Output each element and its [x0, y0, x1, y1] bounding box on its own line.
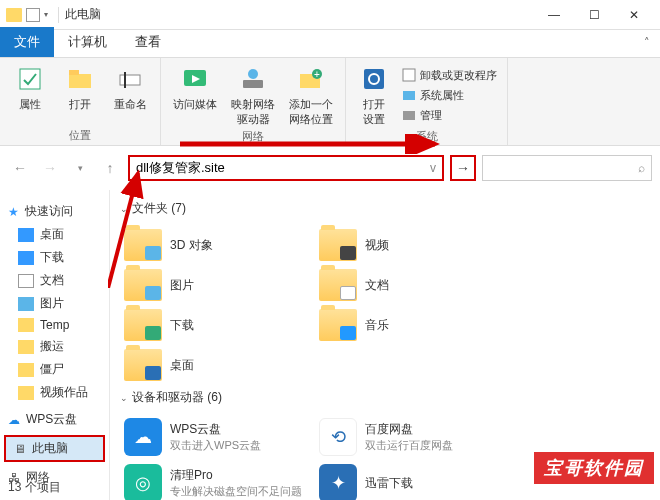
sidebar-wps[interactable]: ☁WPS云盘 [0, 408, 109, 431]
manage-button[interactable]: 管理 [402, 106, 497, 124]
minimize-button[interactable]: — [534, 0, 574, 30]
device-baidu[interactable]: ⟲ 百度网盘双击运行百度网盘 [315, 414, 510, 460]
titlebar: ▾ 此电脑 — ☐ ✕ [0, 0, 660, 30]
add-location-button[interactable]: + 添加一个 网络位置 [287, 64, 335, 127]
forward-button[interactable]: → [38, 156, 62, 180]
map-drive-button[interactable]: 映射网络 驱动器 [229, 64, 277, 127]
device-cleaner-pro[interactable]: ◎ 清理Pro专业解决磁盘空间不足问题 [120, 460, 315, 500]
sidebar-zombie[interactable]: 僵尸 [0, 358, 109, 381]
pics-icon [18, 297, 34, 311]
recent-dropdown[interactable]: ▾ [68, 156, 92, 180]
maximize-button[interactable]: ☐ [574, 0, 614, 30]
section-folders-header[interactable]: ⌄ 文件夹 (7) [120, 200, 650, 217]
folder-3d-objects[interactable]: 3D 对象 [120, 225, 315, 265]
settings-icon [359, 64, 389, 94]
divider [58, 7, 59, 23]
svg-point-8 [248, 69, 258, 79]
open-settings-button[interactable]: 打开 设置 [356, 64, 392, 127]
rename-icon [115, 64, 145, 94]
ribbon-tabs: 文件 计算机 查看 ˄ [0, 30, 660, 58]
go-button[interactable]: → [450, 155, 476, 181]
device-wps[interactable]: ☁ WPS云盘双击进入WPS云盘 [120, 414, 315, 460]
media-icon [180, 64, 210, 94]
folder-documents[interactable]: 文档 [315, 265, 510, 305]
chevron-down-icon: ⌄ [120, 204, 128, 214]
up-button[interactable]: ↑ [98, 156, 122, 180]
open-button[interactable]: 打开 [60, 64, 100, 126]
sidebar-quick-access[interactable]: ★快速访问 [0, 200, 109, 223]
pc-icon: 🖥 [14, 442, 26, 456]
media-button[interactable]: 访问媒体 [171, 64, 219, 127]
sidebar: ★快速访问 桌面 下载 文档 图片 Temp 搬运 僵尸 视频作品 ☁WPS云盘… [0, 190, 110, 500]
svg-rect-2 [69, 70, 79, 75]
ribbon-group-network: 访问媒体 映射网络 驱动器 + 添加一个 网络位置 网络 [161, 58, 346, 145]
sys-props-icon [402, 88, 416, 102]
svg-rect-14 [403, 69, 415, 81]
tab-computer[interactable]: 计算机 [54, 27, 121, 57]
folder-music[interactable]: 音乐 [315, 305, 510, 345]
rename-button[interactable]: 重命名 [110, 64, 150, 126]
search-box[interactable]: ⌕ [482, 155, 652, 181]
sys-props-button[interactable]: 系统属性 [402, 86, 497, 104]
address-input[interactable] [136, 161, 430, 176]
chevron-down-icon[interactable]: ▾ [44, 10, 48, 19]
add-location-label: 添加一个 网络位置 [289, 97, 333, 127]
map-drive-label: 映射网络 驱动器 [231, 97, 275, 127]
folder-pictures[interactable]: 图片 [120, 265, 315, 305]
wps-icon: ☁ [124, 418, 162, 456]
download-icon [18, 251, 34, 265]
sidebar-downloads[interactable]: 下载 [0, 246, 109, 269]
folder-desktop[interactable]: 桌面 [120, 345, 315, 385]
svg-text:+: + [314, 69, 320, 80]
cleaner-icon: ◎ [124, 464, 162, 500]
svg-rect-0 [20, 69, 40, 89]
uninstall-label: 卸载或更改程序 [420, 68, 497, 83]
cloud-icon: ☁ [8, 413, 20, 427]
sys-props-label: 系统属性 [420, 88, 464, 103]
folder-videos[interactable]: 视频 [315, 225, 510, 265]
sidebar-video-works[interactable]: 视频作品 [0, 381, 109, 404]
uninstall-icon [402, 68, 416, 82]
folder-icon [18, 318, 34, 332]
manage-icon [402, 108, 416, 122]
properties-button[interactable]: 属性 [10, 64, 50, 126]
address-bar: ← → ▾ ↑ v → ⌕ [8, 152, 652, 184]
desktop-icon [18, 228, 34, 242]
rename-label: 重命名 [114, 97, 147, 112]
tab-view[interactable]: 查看 [121, 27, 175, 57]
address-dropdown-icon[interactable]: v [430, 161, 436, 175]
sidebar-temp[interactable]: Temp [0, 315, 109, 335]
uninstall-button[interactable]: 卸载或更改程序 [402, 66, 497, 84]
sidebar-documents[interactable]: 文档 [0, 269, 109, 292]
sidebar-pictures[interactable]: 图片 [0, 292, 109, 315]
folder-icon [319, 229, 357, 261]
folder-icon [124, 269, 162, 301]
back-button[interactable]: ← [8, 156, 32, 180]
search-icon: ⌕ [638, 161, 645, 175]
ribbon: 属性 打开 重命名 位置 访问媒体 映射网络 驱动器 + [0, 58, 660, 146]
ribbon-group-system: 打开 设置 卸载或更改程序 系统属性 管理 系统 [346, 58, 508, 145]
section-devices-header[interactable]: ⌄ 设备和驱动器 (6) [120, 389, 650, 406]
collapse-ribbon-icon[interactable]: ˄ [644, 36, 650, 49]
address-input-wrap: v [128, 155, 444, 181]
watermark: 宝哥软件园 [534, 452, 654, 484]
sidebar-moving[interactable]: 搬运 [0, 335, 109, 358]
svg-rect-1 [69, 74, 91, 88]
folder-icon [18, 363, 34, 377]
docs-icon [18, 274, 34, 288]
sidebar-this-pc[interactable]: 🖥此电脑 [4, 435, 105, 462]
sidebar-desktop[interactable]: 桌面 [0, 223, 109, 246]
tab-file[interactable]: 文件 [0, 27, 54, 57]
folder-icon [124, 309, 162, 341]
xunlei-icon: ✦ [319, 464, 357, 500]
folder-downloads[interactable]: 下载 [120, 305, 315, 345]
svg-rect-3 [120, 75, 140, 85]
settings-label: 打开 设置 [363, 97, 385, 127]
status-bar: 13 个项目 [8, 479, 61, 496]
group-label-network: 网络 [171, 129, 335, 144]
svg-rect-7 [243, 80, 263, 88]
device-xunlei[interactable]: ✦ 迅雷下载 [315, 460, 510, 500]
close-button[interactable]: ✕ [614, 0, 654, 30]
svg-rect-12 [364, 69, 384, 89]
folder-icon [124, 229, 162, 261]
